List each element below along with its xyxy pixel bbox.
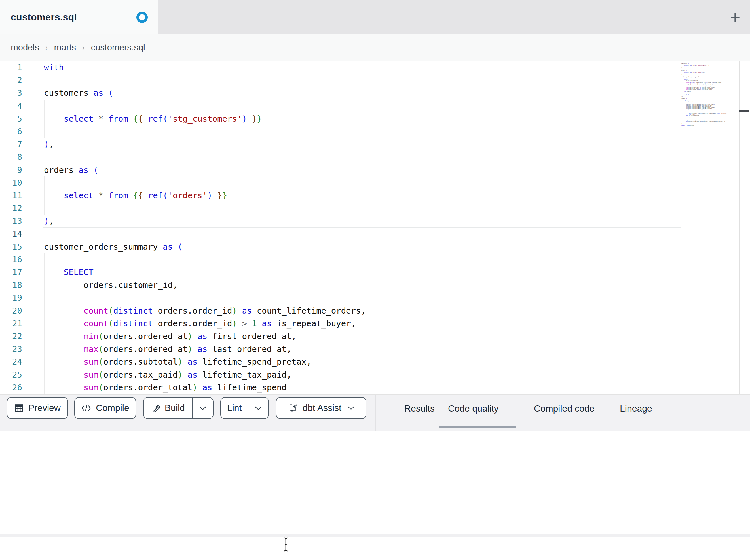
- code-line-16[interactable]: 16: [0, 253, 750, 266]
- code-editor[interactable]: 1with23customers as (45 select * from {{…: [0, 61, 750, 394]
- line-number: 12: [0, 202, 22, 215]
- assist-sparkle-chat-icon: [288, 403, 298, 413]
- breadcrumb-item-models[interactable]: models: [11, 42, 39, 53]
- code-line-4[interactable]: 4: [0, 100, 750, 112]
- code-line-13[interactable]: 13),: [0, 215, 750, 227]
- code-line-20[interactable]: 20 count(distinct orders.order_id) as co…: [0, 305, 750, 317]
- breadcrumb-item-marts[interactable]: marts: [54, 42, 76, 53]
- code-line-10[interactable]: 10: [0, 177, 750, 189]
- code-text: select * from {{ ref('stg_customers') }}: [44, 112, 262, 125]
- indent-guide: [64, 291, 64, 304]
- code-line-8[interactable]: 8: [0, 151, 750, 163]
- indent-guide: [44, 253, 44, 266]
- code-line-24[interactable]: 24 sum(orders.subtotal) as lifetime_spen…: [0, 355, 750, 368]
- lint-split-button: Lint: [220, 397, 269, 419]
- overview-ruler-cursor-marker: [739, 110, 749, 112]
- tab-code-quality[interactable]: Code quality: [448, 403, 498, 414]
- code-line-17[interactable]: 17 SELECT: [0, 266, 750, 279]
- code-line-5[interactable]: 5 select * from {{ ref('stg_customers') …: [0, 112, 750, 125]
- code-text: ),: [44, 215, 54, 227]
- compile-button[interactable]: Compile: [74, 397, 136, 419]
- code-line-7[interactable]: 7),: [0, 138, 750, 151]
- code-line-3[interactable]: 3customers as (: [0, 87, 750, 99]
- code-text: count(distinct orders.order_id) > 1 as i…: [44, 317, 356, 330]
- indent-guide: [44, 291, 44, 304]
- active-tab-underline: [439, 426, 515, 428]
- code-text: ),: [44, 138, 54, 151]
- tab-compiled-code[interactable]: Compiled code: [534, 403, 594, 414]
- line-number: 19: [0, 291, 22, 304]
- build-button[interactable]: Build: [144, 398, 192, 418]
- build-split-button: Build: [143, 397, 214, 419]
- editor-minimap[interactable]: with customers as ( select * from {{ ref…: [682, 61, 727, 127]
- tabstrip-divider: [716, 0, 716, 34]
- action-toolbar: Preview Compile Build Lint: [0, 394, 750, 431]
- code-line-1[interactable]: 1with: [0, 61, 750, 74]
- wrench-icon: [151, 403, 160, 413]
- line-number: 13: [0, 215, 22, 227]
- line-number: 22: [0, 330, 22, 343]
- breadcrumb-row: models › marts › customers.sql Save: [0, 34, 750, 61]
- chevron-down-icon: [255, 406, 262, 411]
- chevron-right-icon: ›: [82, 43, 85, 52]
- line-number: 15: [0, 241, 22, 253]
- code-text: customer_orders_summary as (: [44, 241, 183, 253]
- code-line-11[interactable]: 11 select * from {{ ref('orders') }}: [0, 189, 750, 202]
- code-line-18[interactable]: 18 orders.customer_id,: [0, 279, 750, 291]
- lint-label: Lint: [227, 403, 242, 413]
- line-number: 10: [0, 177, 22, 189]
- toolbar-divider: [375, 395, 376, 431]
- code-line-9[interactable]: 9orders as (: [0, 164, 750, 177]
- plus-icon: +: [730, 7, 740, 27]
- panel-divider: [0, 534, 750, 537]
- build-label: Build: [165, 403, 185, 413]
- tab-lineage[interactable]: Lineage: [620, 403, 652, 414]
- chevron-right-icon: ›: [45, 43, 48, 52]
- line-number: 6: [0, 125, 22, 138]
- code-line-23[interactable]: 23 max(orders.ordered_at) as last_ordere…: [0, 343, 750, 355]
- code-line-2[interactable]: 2: [0, 74, 750, 87]
- code-text: count(distinct orders.order_id) as count…: [44, 305, 366, 317]
- lint-button[interactable]: Lint: [221, 398, 248, 418]
- lint-dropdown-button[interactable]: [248, 398, 268, 418]
- build-dropdown-button[interactable]: [192, 398, 213, 418]
- line-number: 20: [0, 305, 22, 317]
- code-line-14[interactable]: 14: [0, 227, 750, 240]
- indent-guide: [44, 100, 44, 112]
- code-line-26[interactable]: 26 sum(orders.order_total) as lifetime_s…: [0, 381, 750, 394]
- dbt-assist-label: dbt Assist: [302, 403, 341, 413]
- line-number: 11: [0, 189, 22, 202]
- code-text: min(orders.ordered_at) as first_ordered_…: [44, 330, 297, 343]
- code-icon: [81, 404, 91, 412]
- compile-label: Compile: [96, 403, 129, 413]
- indent-guide: [44, 125, 44, 138]
- code-line-12[interactable]: 12: [0, 202, 750, 215]
- breadcrumb: models › marts › customers.sql: [11, 34, 145, 61]
- code-text: sum(orders.order_total) as lifetime_spen…: [44, 381, 287, 394]
- code-line-25[interactable]: 25 sum(orders.tax_paid) as lifetime_tax_…: [0, 369, 750, 381]
- code-text: sum(orders.subtotal) as lifetime_spend_p…: [44, 355, 311, 368]
- tab-results[interactable]: Results: [404, 403, 435, 414]
- new-tab-button[interactable]: +: [720, 0, 750, 34]
- line-number: 5: [0, 112, 22, 125]
- code-line-6[interactable]: 6: [0, 125, 750, 138]
- line-number: 17: [0, 266, 22, 279]
- dbt-assist-button[interactable]: dbt Assist: [276, 397, 366, 419]
- code-line-19[interactable]: 19: [0, 291, 750, 304]
- tab-customers-sql[interactable]: customers.sql: [0, 0, 158, 34]
- code-quality-panel: There is nothing here Press the Lint or …: [0, 431, 750, 534]
- line-number: 3: [0, 87, 22, 99]
- indent-guide: [44, 202, 44, 215]
- status-bar: Defer to staging/production ? Ready: [0, 537, 750, 560]
- code-text: sum(orders.tax_paid) as lifetime_tax_pai…: [44, 369, 292, 381]
- code-line-21[interactable]: 21 count(distinct orders.order_id) > 1 a…: [0, 317, 750, 330]
- line-number: 16: [0, 253, 22, 266]
- indent-guide: [44, 177, 44, 189]
- line-number: 23: [0, 343, 22, 355]
- preview-button[interactable]: Preview: [7, 397, 68, 419]
- code-line-15[interactable]: 15customer_orders_summary as (: [0, 241, 750, 253]
- line-number: 4: [0, 100, 22, 112]
- line-number: 18: [0, 279, 22, 291]
- code-line-22[interactable]: 22 min(orders.ordered_at) as first_order…: [0, 330, 750, 343]
- tab-strip: customers.sql +: [0, 0, 750, 34]
